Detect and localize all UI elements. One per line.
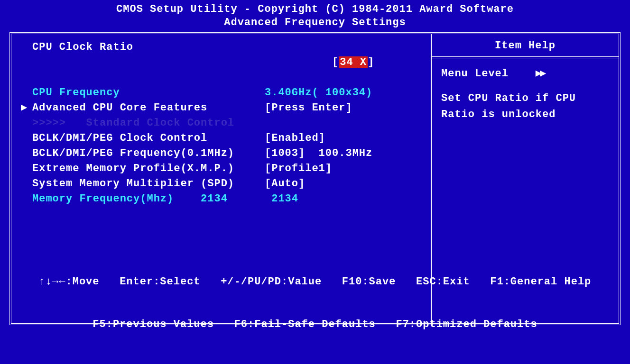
- menu-level-row: Menu Level ▶▶: [441, 66, 609, 82]
- row-marker: [16, 131, 32, 146]
- section-label: >>>>> Standard Clock Control: [32, 116, 265, 131]
- bracket-right: ]: [368, 56, 374, 68]
- selected-value[interactable]: 34 X: [339, 56, 368, 68]
- header-title: CMOS Setup Utility - Copyright (C) 1984-…: [0, 3, 630, 16]
- setting-value: 3.40GHz( 100x34): [265, 85, 424, 100]
- setting-cpu-frequency: CPU Frequency 3.40GHz( 100x34): [16, 85, 424, 100]
- section-header-standard-clock: >>>>> Standard Clock Control: [16, 116, 424, 131]
- header: CMOS Setup Utility - Copyright (C) 1984-…: [0, 0, 630, 29]
- row-marker: [16, 161, 32, 176]
- setting-bclk-frequency[interactable]: BCLK/DMI/PEG Frequency(0.1MHz) [1003] 10…: [16, 146, 424, 161]
- header-subtitle: Advanced Frequency Settings: [0, 16, 630, 29]
- key-legend: ↑↓→←:Move Enter:Select +/-/PU/PD:Value F…: [0, 246, 630, 360]
- row-marker: [16, 146, 32, 161]
- setting-advanced-cpu[interactable]: ▶ Advanced CPU Core Features [Press Ente…: [16, 100, 424, 116]
- row-marker: [16, 116, 32, 131]
- submenu-marker-icon: ▶: [16, 100, 32, 116]
- setting-value[interactable]: [Profile1]: [265, 161, 424, 176]
- legend-line-2: F5:Previous Values F6:Fail-Safe Defaults…: [0, 318, 630, 332]
- setting-cpu-clock-ratio[interactable]: CPU Clock Ratio [34 X]: [16, 40, 424, 85]
- setting-label: BCLK/DMI/PEG Clock Control: [32, 131, 265, 146]
- setting-bclk-clock-control[interactable]: BCLK/DMI/PEG Clock Control [Enabled]: [16, 131, 424, 146]
- setting-label: CPU Clock Ratio: [32, 40, 265, 55]
- setting-value[interactable]: [Press Enter]: [265, 100, 424, 116]
- setting-value[interactable]: [1003] 100.3MHz: [265, 146, 424, 161]
- bracket-left: [: [332, 56, 339, 68]
- help-text-line: Ratio is unlocked: [441, 107, 609, 123]
- spacer: [441, 82, 609, 91]
- setting-value[interactable]: [Auto]: [265, 176, 424, 191]
- help-text-line: Set CPU Ratio if CPU: [441, 91, 609, 107]
- row-marker: [16, 176, 32, 191]
- setting-label: Extreme Memory Profile(X.M.P.): [32, 161, 265, 176]
- setting-memory-frequency: Memory Frequency(Mhz) 2134 2134: [16, 191, 424, 207]
- setting-label: CPU Frequency: [32, 85, 265, 100]
- setting-label: System Memory Multiplier (SPD): [32, 176, 265, 191]
- setting-label: BCLK/DMI/PEG Frequency(0.1MHz): [32, 146, 265, 161]
- setting-value[interactable]: [34 X]: [265, 40, 424, 85]
- setting-label: Memory Frequency(Mhz) 2134: [32, 191, 265, 207]
- row-marker: [16, 191, 32, 207]
- row-marker: [16, 40, 32, 55]
- bios-screen: CMOS Setup Utility - Copyright (C) 1984-…: [0, 0, 630, 364]
- help-body: Menu Level ▶▶ Set CPU Ratio if CPU Ratio…: [432, 58, 619, 130]
- setting-value[interactable]: [Enabled]: [265, 131, 424, 146]
- setting-xmp[interactable]: Extreme Memory Profile(X.M.P.) [Profile1…: [16, 161, 424, 176]
- setting-memory-multiplier[interactable]: System Memory Multiplier (SPD) [Auto]: [16, 176, 424, 191]
- row-marker: [16, 85, 32, 100]
- setting-label: Advanced CPU Core Features: [32, 100, 265, 116]
- legend-line-1: ↑↓→←:Move Enter:Select +/-/PU/PD:Value F…: [0, 275, 630, 289]
- chevron-right-icon: ▶▶: [536, 68, 545, 80]
- setting-value: 2134: [265, 191, 424, 207]
- menu-level-label: Menu Level: [441, 68, 509, 80]
- help-title: Item Help: [432, 40, 619, 58]
